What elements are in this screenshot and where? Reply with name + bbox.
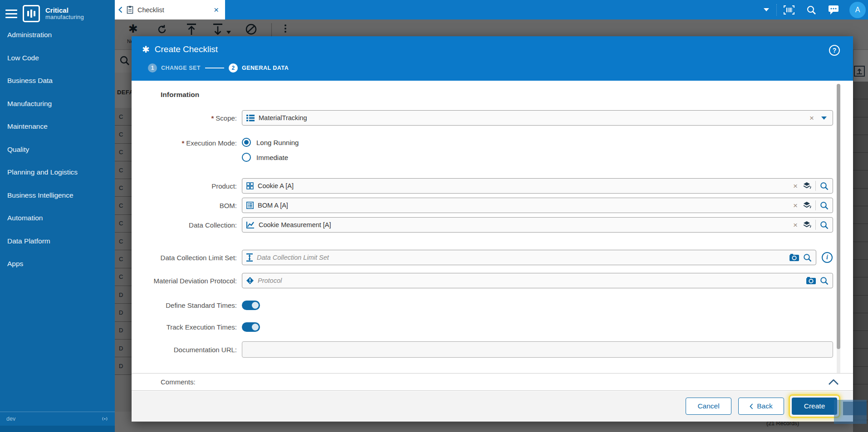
toggle-knob: [252, 324, 259, 330]
radio-selected-icon[interactable]: [242, 138, 251, 147]
barcode-scan-icon[interactable]: [784, 5, 794, 15]
product-clear-icon[interactable]: ×: [792, 182, 799, 190]
sidebar-item-low-code[interactable]: Low Code: [0, 47, 115, 70]
bom-search-icon[interactable]: [820, 201, 829, 210]
sidebar-item-business-data[interactable]: Business Data: [0, 69, 115, 92]
documentation-url-label: Documentation URL:: [132, 341, 237, 358]
brand-name: Critical: [45, 7, 84, 14]
hamburger-menu-icon[interactable]: [5, 10, 17, 18]
execution-mode-label: * Execution Mode:: [132, 138, 237, 148]
toggle-knob: [252, 302, 259, 309]
tab-close-icon[interactable]: ×: [212, 5, 221, 14]
sidebar-item-quality[interactable]: Quality: [0, 138, 115, 161]
comments-section[interactable]: Comments:: [132, 373, 853, 391]
bom-label: BOM:: [132, 198, 237, 213]
back-button[interactable]: Back: [738, 398, 784, 415]
limit-set-icon: [246, 253, 253, 262]
modal-scrollbar[interactable]: [837, 84, 840, 374]
header-dropdown-caret-icon[interactable]: [764, 8, 769, 11]
scope-field[interactable]: MaterialTracking ×: [242, 110, 833, 126]
tab-back-chevron-icon[interactable]: [118, 6, 123, 13]
product-search-icon[interactable]: [820, 182, 829, 190]
scope-dropdown-caret-icon[interactable]: [821, 116, 827, 120]
define-standard-times-toggle[interactable]: [242, 301, 260, 310]
required-asterisk: *: [181, 139, 184, 147]
brand-subname: manufacturing: [45, 14, 84, 20]
sidebar-footer: dev: [0, 412, 115, 425]
radio-immediate[interactable]: Immediate: [242, 153, 288, 162]
material-deviation-protocol-label: Material Deviation Protocol:: [132, 273, 237, 288]
bom-clear-icon[interactable]: ×: [792, 202, 799, 209]
protocol-camera-icon[interactable]: [806, 277, 816, 284]
limit-set-search-icon[interactable]: [803, 253, 812, 262]
data-collection-field[interactable]: Cookie Measurement [A] ×: [242, 217, 833, 233]
data-collection-versions-icon[interactable]: [803, 221, 811, 228]
modal-title: Create Checklist: [155, 44, 218, 54]
scrollbar-thumb[interactable]: [837, 84, 840, 349]
messages-chat-icon[interactable]: [828, 5, 839, 15]
step-change-set[interactable]: 1 CHANGE SET: [148, 63, 201, 73]
back-chevron-icon: [750, 403, 753, 409]
track-execution-times-label: Track Execution Times:: [132, 322, 237, 332]
data-collection-clear-icon[interactable]: ×: [792, 221, 799, 229]
bom-icon: [246, 202, 254, 209]
product-versions-icon[interactable]: [803, 182, 811, 189]
protocol-placeholder: Protocol: [258, 277, 802, 284]
material-deviation-protocol-field[interactable]: Protocol: [242, 273, 833, 288]
comments-collapse-chevron-icon[interactable]: [829, 379, 839, 385]
limit-set-placeholder: Data Collection Limit Set: [257, 254, 785, 261]
sidebar-item-apps[interactable]: Apps: [0, 252, 115, 276]
data-collection-value: Cookie Measurement [A]: [259, 221, 788, 228]
topbar-icons: A: [757, 0, 868, 19]
section-title-information: Information: [161, 91, 199, 99]
sidebar: Critical manufacturing Administration Lo…: [0, 0, 115, 432]
sidebar-item-business-intelligence[interactable]: Business Intelligence: [0, 184, 115, 207]
scope-clear-icon[interactable]: ×: [808, 114, 815, 122]
step-general-data[interactable]: 2 GENERAL DATA: [229, 63, 289, 73]
step-2-label: GENERAL DATA: [242, 65, 289, 71]
global-search-icon[interactable]: [806, 5, 816, 15]
product-label: Product:: [132, 178, 237, 194]
limit-set-camera-icon[interactable]: [790, 254, 799, 261]
step-1-circle: 1: [148, 63, 157, 73]
radio-long-running[interactable]: Long Running: [242, 138, 299, 147]
avatar-letter: A: [855, 6, 860, 14]
create-button[interactable]: Create: [792, 398, 837, 415]
scope-value: MaterialTracking: [259, 114, 804, 121]
bom-versions-icon[interactable]: [803, 202, 811, 209]
brand-row: Critical manufacturing: [0, 0, 115, 22]
radio-unselected-icon[interactable]: [242, 153, 251, 162]
brand-text: Critical manufacturing: [45, 7, 84, 20]
data-collection-limit-set-label: Data Collection Limit Set:: [132, 250, 237, 265]
tab-checklist[interactable]: Checklist ×: [115, 0, 225, 19]
data-collection-search-icon[interactable]: [820, 221, 829, 229]
track-execution-times-toggle[interactable]: [242, 322, 260, 332]
tab-title: Checklist: [137, 6, 208, 14]
sidebar-item-administration[interactable]: Administration: [0, 24, 115, 47]
wizard-steps: 1 CHANGE SET 2 GENERAL DATA: [148, 63, 289, 73]
step-2-circle: 2: [229, 63, 238, 73]
required-asterisk: *: [211, 114, 214, 122]
product-field[interactable]: Cookie A [A] ×: [242, 178, 833, 194]
create-checklist-modal: ✱ Create Checklist ? 1 CHANGE SET 2 GENE…: [132, 36, 853, 422]
sidebar-item-planning-and-logistics[interactable]: Planning and Logistics: [0, 161, 115, 184]
sidebar-item-maintenance[interactable]: Maintenance: [0, 115, 115, 138]
data-collection-limit-set-field[interactable]: Data Collection Limit Set: [242, 250, 816, 265]
user-avatar[interactable]: A: [849, 2, 866, 18]
critical-manufacturing-logo-icon: [23, 5, 40, 22]
sidebar-item-automation[interactable]: Automation: [0, 207, 115, 230]
protocol-search-icon[interactable]: [820, 277, 829, 285]
step-1-label: CHANGE SET: [161, 65, 201, 71]
sidebar-item-manufacturing[interactable]: Manufacturing: [0, 92, 115, 116]
limit-set-info-icon[interactable]: i: [822, 252, 833, 263]
modal-header: ✱ Create Checklist ? 1 CHANGE SET 2 GENE…: [132, 36, 853, 81]
sidebar-item-data-platform[interactable]: Data Platform: [0, 230, 115, 253]
environment-label: dev: [6, 416, 15, 422]
bom-field[interactable]: BOM A [A] ×: [242, 198, 833, 213]
help-icon[interactable]: ?: [829, 45, 840, 56]
comments-label: Comments:: [161, 378, 829, 386]
step-connector: [205, 68, 224, 68]
cancel-button[interactable]: Cancel: [686, 398, 731, 415]
data-collection-label: Data Collection:: [132, 217, 237, 233]
documentation-url-input[interactable]: [242, 341, 833, 358]
